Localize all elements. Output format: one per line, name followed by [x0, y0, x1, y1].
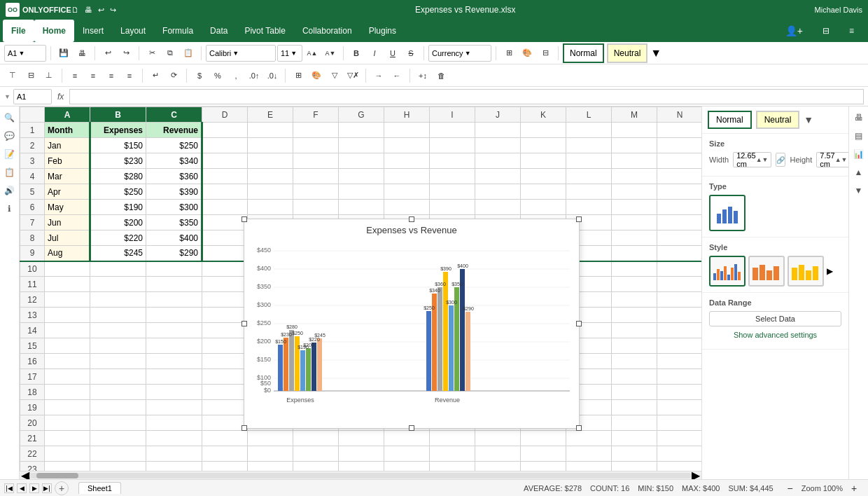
cell-5-1[interactable] — [293, 123, 339, 138]
number-format-dropdown[interactable]: Currency▼ — [428, 45, 491, 62]
underline-btn[interactable]: U — [384, 45, 401, 62]
col-header-l[interactable]: L — [566, 107, 612, 123]
cell-6-6[interactable] — [339, 200, 384, 215]
cell-10-21[interactable] — [521, 431, 566, 446]
cell-b10[interactable] — [90, 261, 146, 277]
chart-icon-right[interactable]: 📊 — [850, 146, 867, 163]
menu-collab[interactable]: Collaboration — [294, 20, 360, 42]
cell-8-3[interactable] — [430, 153, 475, 169]
chart-style-3[interactable] — [788, 256, 824, 287]
cell-b13[interactable] — [90, 308, 146, 323]
row-num-16[interactable]: 16 — [20, 354, 45, 369]
cell-3-19[interactable] — [202, 400, 248, 415]
cell-5-3[interactable] — [293, 153, 339, 169]
window-control-2[interactable]: 🖶 — [85, 6, 92, 15]
cell-c4[interactable]: $360 — [146, 169, 202, 184]
cell-3-20[interactable] — [202, 415, 248, 431]
cell-13-2[interactable] — [657, 138, 702, 153]
row-num-18[interactable]: 18 — [20, 385, 45, 400]
font-size-dropdown[interactable]: 11▼ — [277, 45, 302, 62]
cell-12-23[interactable] — [612, 462, 657, 471]
currency-btn[interactable]: $ — [191, 67, 208, 84]
chart-handle-bl[interactable] — [241, 425, 247, 431]
cell-c12[interactable] — [146, 292, 202, 308]
inc-indent-btn[interactable]: → — [370, 67, 387, 84]
row-num-20[interactable]: 20 — [20, 415, 45, 431]
cell-5-2[interactable] — [293, 138, 339, 153]
chart-handle-mr[interactable] — [576, 321, 582, 326]
cell-style-neutral[interactable]: Neutral — [607, 43, 648, 63]
cell-b11[interactable] — [90, 277, 146, 292]
cell-7-22[interactable] — [384, 446, 430, 462]
more-btn[interactable]: ≡ — [841, 26, 862, 36]
cell-b17[interactable] — [90, 369, 146, 385]
cell-c16[interactable] — [146, 354, 202, 369]
show-advanced-btn[interactable]: Show advanced settings — [709, 326, 841, 343]
cell-3-15[interactable] — [202, 338, 248, 354]
cell-a5[interactable]: Apr — [45, 184, 90, 200]
width-input[interactable]: 12.65 cm ▲▼ — [733, 152, 771, 167]
col-header-k[interactable]: K — [521, 107, 566, 123]
cell-12-5[interactable] — [612, 184, 657, 200]
sheet-first-btn[interactable]: |◀ — [4, 483, 14, 493]
cell-3-17[interactable] — [202, 369, 248, 385]
cell-11-6[interactable] — [566, 200, 612, 215]
col-header-i[interactable]: I — [430, 107, 475, 123]
cell-5-6[interactable] — [293, 200, 339, 215]
cell-b8[interactable]: $220 — [90, 230, 146, 246]
more-cell-styles-btn[interactable]: ▼ — [804, 114, 813, 125]
cell-11-2[interactable] — [566, 138, 612, 153]
cell-7-23[interactable] — [384, 462, 430, 471]
save-btn[interactable]: 💾 — [55, 45, 72, 62]
cell-b3[interactable]: $230 — [90, 153, 146, 169]
menu-plugins[interactable]: Plugins — [360, 20, 405, 42]
align-right-btn[interactable]: ≡ — [103, 67, 120, 84]
cell-5-4[interactable] — [293, 169, 339, 184]
cell-11-23[interactable] — [566, 462, 612, 471]
chart-handle-tl[interactable] — [241, 216, 247, 222]
cell-3-16[interactable] — [202, 354, 248, 369]
cell-3-2[interactable] — [202, 138, 248, 153]
cell-b14[interactable] — [90, 323, 146, 338]
rs-icon-5[interactable]: ▼ — [850, 182, 867, 199]
cell-11-21[interactable] — [566, 431, 612, 446]
row-num-13[interactable]: 13 — [20, 308, 45, 323]
cell-6-4[interactable] — [339, 169, 384, 184]
print-btn[interactable]: 🖶 — [74, 45, 90, 62]
cell-8-2[interactable] — [430, 138, 475, 153]
cell-style-normal-panel[interactable]: Normal — [708, 111, 752, 129]
cell-b2[interactable]: $150 — [90, 138, 146, 153]
add-sheet-btn[interactable]: + — [55, 481, 69, 495]
cell-5-21[interactable] — [293, 431, 339, 446]
menu-formula[interactable]: Formula — [154, 20, 202, 42]
cell-c21[interactable] — [146, 431, 202, 446]
cell-13-4[interactable] — [657, 169, 702, 184]
cell-11-22[interactable] — [566, 446, 612, 462]
cell-c22[interactable] — [146, 446, 202, 462]
cell-3-23[interactable] — [202, 462, 248, 471]
cell-8-1[interactable] — [430, 123, 475, 138]
cell-a20[interactable] — [45, 415, 90, 431]
cell-a15[interactable] — [45, 338, 90, 354]
cell-6-22[interactable] — [339, 446, 384, 462]
row-num-3[interactable]: 3 — [20, 153, 45, 169]
cell-3-21[interactable] — [202, 431, 248, 446]
dec-dec-btn[interactable]: .0↓ — [264, 67, 281, 84]
delete-btn[interactable]: 🗑 — [433, 67, 449, 84]
row-num-19[interactable]: 19 — [20, 400, 45, 415]
rs-icon-4[interactable]: ▲ — [850, 164, 867, 181]
formula-expand-btn[interactable]: ▼ — [4, 93, 10, 100]
copy-btn[interactable]: ⧉ — [162, 45, 178, 62]
cell-a19[interactable] — [45, 400, 90, 415]
rs-icon-1[interactable]: 🖶 — [850, 109, 867, 126]
undo-toolbar-btn[interactable]: ↩ — [99, 45, 116, 62]
row-num-22[interactable]: 22 — [20, 446, 45, 462]
insert-row-btn[interactable]: +↕ — [414, 67, 431, 84]
cell-a8[interactable]: Jul — [45, 230, 90, 246]
chart-handle-ml[interactable] — [241, 321, 247, 326]
row-num-1[interactable]: 1 — [20, 123, 45, 138]
cell-b18[interactable] — [90, 385, 146, 400]
cell-a1[interactable]: Month — [45, 123, 90, 138]
cell-a7[interactable]: Jun — [45, 215, 90, 230]
cell-c18[interactable] — [146, 385, 202, 400]
